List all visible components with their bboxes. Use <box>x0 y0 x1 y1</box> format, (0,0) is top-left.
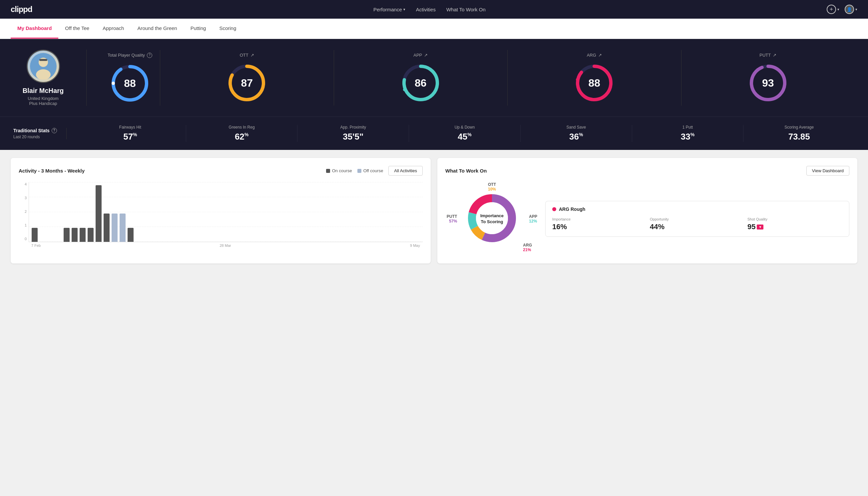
stat-name: Fairways Hit <box>119 125 141 129</box>
arg-donut-label: ARG 21% <box>523 243 532 252</box>
nav-performance[interactable]: Performance ▾ <box>373 7 405 12</box>
putt-donut-label: PUTT 57% <box>447 214 457 223</box>
arrow-icon: ↗ <box>251 52 254 58</box>
app-ring: 86 <box>401 63 441 103</box>
offcourse-dot <box>358 169 361 173</box>
stat-cols: Fairways Hit 57% Greens In Reg 62% App. … <box>67 125 855 142</box>
bar-group <box>88 228 94 242</box>
app-label: APP ↗ <box>413 52 428 58</box>
tab-around-the-green[interactable]: Around the Green <box>130 19 184 38</box>
hero-section: Blair McHarg United Kingdom Plus Handica… <box>0 39 868 117</box>
oncourse-bar <box>32 228 38 242</box>
nav-links: Performance ▾ Activities What To Work On <box>373 7 486 12</box>
stat-value: 33% <box>681 131 694 142</box>
app-value: 86 <box>415 77 427 89</box>
bar-group <box>32 228 38 242</box>
logo[interactable]: clippd <box>11 5 32 14</box>
chevron-down-icon: ▾ <box>855 7 857 12</box>
bar-group <box>48 241 53 242</box>
donut-chart-area: OTT 10% APP 12% ARG 21% PUTT <box>445 182 539 255</box>
tab-scoring[interactable]: Scoring <box>212 19 243 38</box>
offcourse-bar <box>112 214 117 242</box>
total-quality: Total Player Quality ? 88 <box>100 52 160 103</box>
stat-proximity: App. Proximity 35'5" <box>297 125 409 142</box>
highlight-title: ARG Rough <box>552 206 842 212</box>
info-icon[interactable]: ? <box>147 52 152 58</box>
donut-wrap: Importance To Scoring <box>465 191 519 246</box>
trad-period: Last 20 rounds <box>13 135 58 139</box>
score-col-app: APP ↗ 86 <box>334 50 508 106</box>
chevron-down-icon: ▾ <box>404 7 405 12</box>
stat-name: Sand Save <box>566 125 586 129</box>
tab-putting[interactable]: Putting <box>184 19 213 38</box>
player-handicap: Plus Handicap <box>29 101 57 106</box>
nav-right: + ▾ 👤 ▾ <box>827 5 857 14</box>
bar-group <box>128 228 133 242</box>
what-header: What To Work On View Dashboard <box>445 166 849 175</box>
add-circle-icon: + <box>827 5 836 14</box>
info-icon[interactable]: ? <box>52 128 57 133</box>
putt-label: PUTT ↗ <box>759 52 776 58</box>
oncourse-bar <box>88 228 94 242</box>
nav-what-to-work-on[interactable]: What To Work On <box>446 7 486 12</box>
oncourse-bar <box>72 228 78 242</box>
total-quality-ring: 88 <box>110 63 150 103</box>
svg-point-2 <box>36 69 51 80</box>
player-info: Blair McHarg United Kingdom Plus Handica… <box>13 50 86 106</box>
oncourse-bar <box>104 214 110 242</box>
bar-group <box>72 228 78 242</box>
tab-off-the-tee[interactable]: Off the Tee <box>58 19 96 38</box>
tab-my-dashboard[interactable]: My Dashboard <box>11 19 58 38</box>
avatar-icon: 👤 <box>845 5 854 14</box>
legend-offcourse: Off course <box>358 168 383 173</box>
nav-activities[interactable]: Activities <box>416 7 436 12</box>
oncourse-bar <box>128 228 133 242</box>
importance-metric: Importance 16% <box>552 217 647 231</box>
stat-fairways: Fairways Hit 57% <box>75 125 186 142</box>
activity-chart: 4 3 2 1 0 7 Feb 28 Mar 9 May <box>19 182 423 249</box>
logo-text1: clipp <box>11 5 28 14</box>
scores-section: Total Player Quality ? 88 OTT <box>86 50 855 106</box>
logo-text2: d <box>28 5 32 14</box>
trad-title: Traditional Stats ? <box>13 128 58 133</box>
stat-1putt: 1 Putt 33% <box>632 125 744 142</box>
highlight-info-card: ARG Rough Importance 16% Opportunity 44%… <box>545 201 849 237</box>
arrow-icon: ↗ <box>598 52 602 58</box>
pink-dot-icon <box>552 207 556 211</box>
putt-ring: 93 <box>748 63 788 103</box>
all-activities-button[interactable]: All Activities <box>388 166 423 175</box>
oncourse-bar <box>80 228 85 242</box>
chevron-down-icon: ▾ <box>837 7 839 12</box>
card-header: Activity - 3 Months - Weekly On course O… <box>19 166 423 175</box>
red-square-icon: ▼ <box>757 224 763 230</box>
stat-value: 35'5" <box>343 131 363 142</box>
tab-approach[interactable]: Approach <box>96 19 130 38</box>
opportunity-metric: Opportunity 44% <box>650 217 745 231</box>
stat-name: Up & Down <box>455 125 475 129</box>
donut-section: OTT 10% APP 12% ARG 21% PUTT <box>445 182 849 255</box>
stat-name: Greens In Reg <box>229 125 255 129</box>
arg-ring: 88 <box>574 63 614 103</box>
donut-center-label: Importance To Scoring <box>480 213 504 225</box>
stat-value: 62% <box>235 131 249 142</box>
user-button[interactable]: 👤 ▾ <box>845 5 857 14</box>
arg-value: 88 <box>588 77 600 89</box>
arg-label: ARG ↗ <box>587 52 602 58</box>
bar-group <box>80 228 85 242</box>
bar-group <box>64 228 69 242</box>
add-button[interactable]: + ▾ <box>827 5 839 14</box>
stat-name: Scoring Average <box>784 125 814 129</box>
stat-sand: Sand Save 36% <box>521 125 632 142</box>
what-title: What To Work On <box>445 168 487 173</box>
view-dashboard-button[interactable]: View Dashboard <box>806 166 849 175</box>
putt-value: 93 <box>762 77 774 89</box>
shot-quality-value: 95 ▼ <box>747 222 842 231</box>
bar-group <box>40 241 46 242</box>
cards-row: Activity - 3 Months - Weekly On course O… <box>0 150 868 272</box>
x-axis-labels: 7 Feb 28 Mar 9 May <box>29 242 423 248</box>
top-nav: clippd Performance ▾ Activities What To … <box>0 0 868 19</box>
oncourse-bar <box>64 228 69 242</box>
stat-scoring-avg: Scoring Average 73.85 <box>743 125 855 142</box>
stat-value: 45% <box>458 131 471 142</box>
stat-value: 73.85 <box>788 131 810 142</box>
